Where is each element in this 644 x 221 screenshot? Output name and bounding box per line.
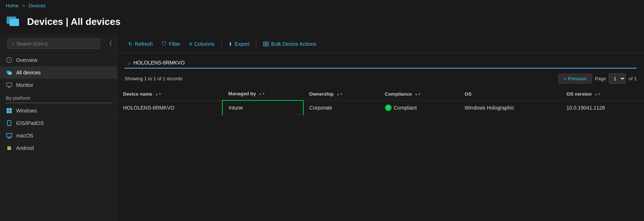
breadcrumb-devices[interactable]: Devices: [29, 3, 45, 8]
sidebar-collapse-button[interactable]: 《: [104, 38, 114, 49]
col-os[interactable]: OS: [459, 87, 560, 100]
sidebar-item-ios[interactable]: iOS/iPadOS: [0, 117, 117, 129]
sidebar-item-android[interactable]: Android: [0, 142, 117, 154]
breadcrumb-separator: >: [22, 3, 25, 8]
search-icon: ⌕: [11, 41, 14, 47]
sidebar-item-macos-label: macOS: [16, 133, 33, 139]
sidebar: ⌕ 《 i Overview All devices Monitor By pl…: [0, 35, 117, 221]
compliant-check-icon: ✓: [385, 104, 392, 111]
bulk-actions-button[interactable]: Bulk Device Actions: [259, 38, 320, 49]
sidebar-item-monitor-label: Monitor: [16, 82, 33, 88]
svg-rect-1: [10, 19, 19, 26]
sort-icon-compliance: ▲▼: [415, 93, 421, 96]
sidebar-item-ios-label: iOS/iPadOS: [16, 120, 44, 126]
page-title: Devices | All devices: [27, 16, 121, 27]
sidebar-item-monitor[interactable]: Monitor: [0, 79, 117, 91]
monitor-icon: [6, 82, 12, 88]
columns-icon: ≡: [189, 41, 192, 47]
search-bar-icon: ⌕: [127, 60, 130, 66]
android-icon: [6, 145, 12, 151]
col-ownership[interactable]: Ownership ▲▼: [303, 87, 379, 100]
bulk-actions-label: Bulk Device Actions: [271, 41, 316, 47]
cell-ownership: Corporate: [303, 100, 379, 115]
filter-button[interactable]: ⛉ Filter: [158, 39, 184, 49]
sort-icon-managed-by: ▲▼: [259, 92, 265, 96]
sidebar-search-input[interactable]: [16, 41, 96, 47]
of-label: of 1: [629, 76, 637, 81]
cell-device-name: HOLOLENS-6RMKVO: [117, 100, 222, 115]
toolbar-separator-2: [256, 40, 256, 48]
content-area: ↻ Refresh ⛉ Filter ≡ Columns ⬇ Export: [117, 35, 644, 221]
refresh-button[interactable]: ↻ Refresh: [125, 39, 156, 49]
windows-icon: [6, 107, 12, 114]
svg-rect-9: [7, 108, 9, 111]
sidebar-item-android-label: Android: [16, 145, 34, 151]
device-search-bar: ⌕: [125, 58, 637, 69]
breadcrumb-home[interactable]: Home: [6, 3, 19, 8]
svg-rect-6: [7, 83, 12, 86]
svg-rect-11: [7, 111, 9, 114]
svg-rect-23: [263, 44, 266, 46]
table-header-row: Device name ▲▼ Managed by ▲▼ Ownership ▲…: [117, 87, 644, 100]
svg-rect-21: [263, 42, 266, 44]
svg-point-20: [10, 146, 11, 147]
cell-os-version: 10.0.19041.1128: [560, 100, 644, 115]
pagination: < Previous Page 1 of 1: [558, 74, 637, 84]
svg-rect-24: [266, 44, 269, 46]
col-device-name[interactable]: Device name ▲▼: [117, 87, 222, 100]
info-icon: i: [6, 57, 12, 63]
toolbar-separator-1: [221, 40, 222, 48]
ios-icon: [6, 120, 12, 126]
page-header: Devices | All devices: [0, 11, 644, 35]
sidebar-item-windows[interactable]: Windows: [0, 104, 117, 117]
columns-label: Columns: [194, 41, 214, 47]
sidebar-item-all-devices[interactable]: All devices: [0, 66, 117, 79]
page-select[interactable]: 1: [609, 74, 626, 84]
devices-table: Device name ▲▼ Managed by ▲▼ Ownership ▲…: [117, 87, 644, 115]
sidebar-item-macos[interactable]: macOS: [0, 129, 117, 142]
page-label: Page: [595, 76, 606, 81]
device-search-input[interactable]: [133, 60, 243, 66]
refresh-icon: ↻: [128, 41, 133, 47]
by-platform-label: By platform: [0, 91, 117, 102]
sidebar-item-overview-label: Overview: [16, 57, 37, 63]
svg-rect-5: [8, 72, 12, 75]
breadcrumb: Home > Devices: [0, 0, 644, 11]
sort-icon-ownership: ▲▼: [336, 93, 343, 96]
records-info-text: Showing 1 to 1 of 1 records: [125, 76, 182, 81]
cell-compliance: ✓ Compliant: [379, 100, 459, 115]
svg-point-14: [9, 125, 10, 125]
export-label: Export: [235, 41, 249, 47]
col-os-version[interactable]: OS version ▲▼: [560, 87, 644, 100]
previous-button[interactable]: < Previous: [558, 74, 592, 84]
records-row: Showing 1 to 1 of 1 records < Previous P…: [117, 71, 644, 86]
svg-point-19: [8, 146, 9, 147]
filter-icon: ⛉: [162, 41, 167, 47]
svg-rect-18: [7, 147, 11, 150]
cell-managed-by: Intune: [222, 100, 303, 115]
table-row[interactable]: HOLOLENS-6RMKVO Intune Corporate ✓ Compl…: [117, 100, 644, 115]
macos-icon: [6, 132, 12, 139]
col-managed-by[interactable]: Managed by ▲▼: [222, 87, 303, 100]
svg-rect-10: [10, 108, 12, 111]
export-icon: ⬇: [228, 41, 233, 47]
svg-rect-22: [266, 42, 269, 44]
export-button[interactable]: ⬇ Export: [225, 39, 253, 49]
sidebar-item-overview[interactable]: i Overview: [0, 54, 117, 66]
col-compliance[interactable]: Compliance ▲▼: [379, 87, 459, 100]
devices-header-icon: [6, 14, 22, 29]
cell-os: Windows Holographic: [459, 100, 560, 115]
svg-rect-15: [7, 133, 12, 137]
filter-label: Filter: [169, 41, 180, 47]
refresh-label: Refresh: [135, 41, 153, 47]
sidebar-item-all-devices-label: All devices: [16, 70, 41, 75]
svg-rect-12: [10, 111, 12, 114]
columns-button[interactable]: ≡ Columns: [185, 39, 218, 49]
all-devices-icon: [6, 69, 12, 76]
sidebar-item-windows-label: Windows: [16, 108, 37, 114]
toolbar: ↻ Refresh ⛉ Filter ≡ Columns ⬇ Export: [117, 35, 644, 53]
bulk-actions-icon: [263, 41, 269, 47]
sort-icon-os-version: ▲▼: [595, 93, 601, 96]
svg-text:i: i: [9, 58, 10, 62]
sort-icon-device-name: ▲▼: [155, 93, 162, 96]
